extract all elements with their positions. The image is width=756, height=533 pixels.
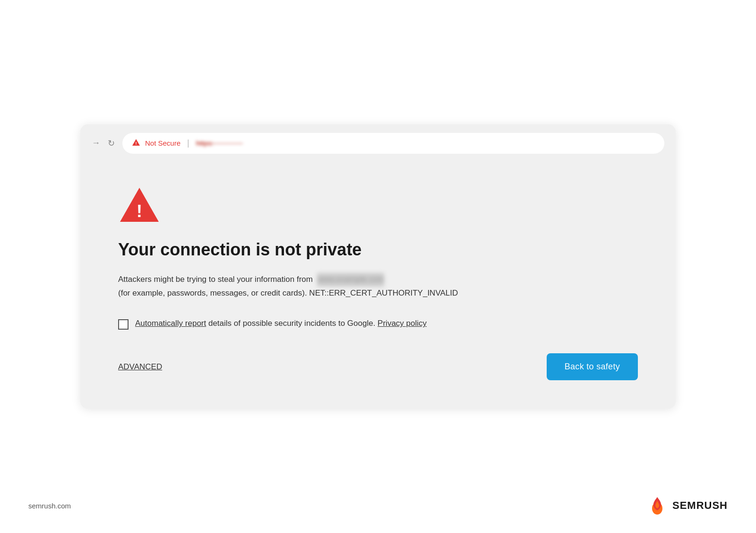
- privacy-policy-link[interactable]: Privacy policy: [378, 319, 427, 328]
- semrush-logo: SEMRUSH: [647, 495, 728, 516]
- description-part2: (for example, passwords, messages, or cr…: [118, 288, 458, 297]
- back-to-safety-button[interactable]: Back to safety: [547, 353, 638, 380]
- main-heading: Your connection is not private: [118, 240, 638, 260]
- description-text: Attackers might be trying to steal your …: [118, 273, 638, 300]
- browser-toolbar: → ↻ ! Not Secure | https:: [80, 124, 676, 162]
- browser-window: → ↻ ! Not Secure | https: !: [80, 124, 676, 409]
- report-row: Automatically report details of possible…: [118, 319, 638, 330]
- automatically-report-link[interactable]: Automatically report: [135, 319, 206, 328]
- security-warning-icon: !: [132, 139, 140, 148]
- address-divider: |: [187, 138, 189, 148]
- actions-row: ADVANCED Back to safety: [118, 353, 638, 380]
- advanced-link[interactable]: ADVANCED: [118, 362, 162, 372]
- report-label: Automatically report details of possible…: [135, 319, 427, 328]
- warning-triangle: !: [118, 186, 638, 226]
- address-bar[interactable]: ! Not Secure | https:: [122, 133, 664, 154]
- description-domain: www.example.com: [317, 273, 384, 287]
- report-checkbox[interactable]: [118, 319, 129, 330]
- not-secure-label: Not Secure: [145, 139, 180, 147]
- url-text: https:: [196, 139, 243, 147]
- error-page-content: ! Your connection is not private Attacke…: [80, 162, 676, 409]
- svg-text:!: !: [136, 141, 137, 146]
- description-part1: Attackers might be trying to steal your …: [118, 275, 313, 284]
- footer-domain: semrush.com: [28, 502, 71, 510]
- footer: semrush.com SEMRUSH: [28, 495, 728, 516]
- svg-text:!: !: [137, 201, 142, 221]
- forward-button[interactable]: →: [92, 138, 100, 148]
- reload-button[interactable]: ↻: [108, 138, 115, 149]
- semrush-icon: [647, 495, 668, 516]
- semrush-brand-name: SEMRUSH: [672, 499, 728, 512]
